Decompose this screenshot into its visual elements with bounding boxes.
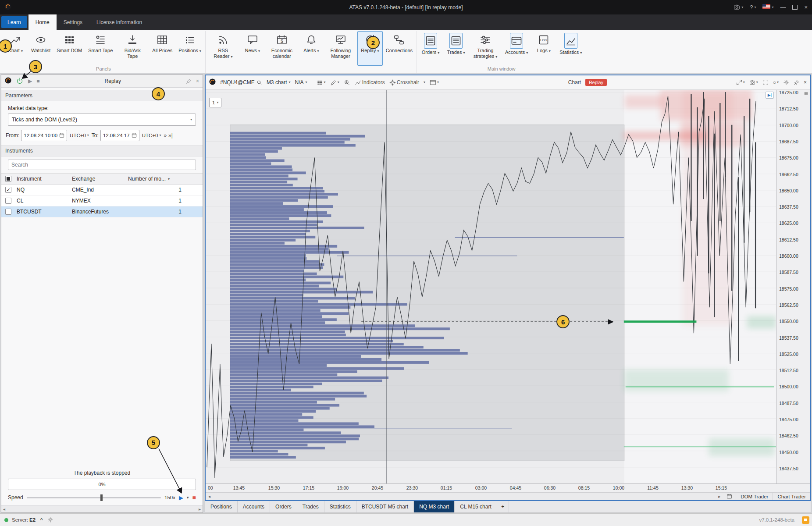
playback-play-button[interactable]: ▶ <box>179 494 183 501</box>
column-header-instrument[interactable]: Instrument <box>15 176 72 182</box>
close-chart-button[interactable]: × <box>804 79 807 85</box>
panel-horizontal-scrollbar[interactable]: ◂▸ <box>1 505 203 512</box>
ribbon-button-statistics[interactable]: Statistics▾ <box>556 31 585 66</box>
language-selector[interactable]: ▾ <box>762 4 773 11</box>
ribbon-button-connections[interactable]: Connections <box>383 31 416 66</box>
speed-slider[interactable] <box>27 497 161 498</box>
replay-power-button[interactable] <box>16 77 24 85</box>
ribbon-button-trades[interactable]: Trades▾ <box>443 31 469 66</box>
price-chart-canvas[interactable] <box>206 90 776 483</box>
replay-play-button[interactable]: ▶ <box>28 78 32 84</box>
column-header-exchange[interactable]: Exchange <box>72 176 128 182</box>
go-to-latest-button[interactable]: ▶| <box>766 92 774 99</box>
from-timezone-select[interactable]: UTC+0▾ <box>69 130 90 141</box>
skip-to-end-icon[interactable]: »| <box>168 132 173 139</box>
drawing-tools-button[interactable]: ▾ <box>330 79 339 86</box>
notification-icon[interactable] <box>802 516 809 524</box>
add-chart-tab[interactable]: + <box>497 501 509 512</box>
ribbon-button-economic-calendar[interactable]: Economic calendar <box>265 31 299 66</box>
dom-levels-button[interactable]: ▾ <box>317 79 326 86</box>
screenshot-button[interactable]: ▾ <box>734 4 743 11</box>
row-checkbox[interactable] <box>5 198 11 204</box>
replay-stop-button[interactable]: ■ <box>36 78 39 84</box>
select-all-checkbox[interactable] <box>5 176 11 182</box>
bottom-tab-trades[interactable]: Trades <box>297 501 324 512</box>
scroll-right-icon[interactable]: ▸ <box>716 494 723 499</box>
chart-plot-area[interactable]: 1▾ ▶| <box>206 90 776 483</box>
learn-tab[interactable]: Learn <box>1 16 27 28</box>
ribbon-button-smart-tape[interactable]: Smart Tape <box>85 31 116 66</box>
detach-button[interactable]: ▾ <box>736 79 745 85</box>
bottom-tab-positions[interactable]: Positions <box>205 501 238 512</box>
maximize-button[interactable] <box>792 5 798 10</box>
bottom-tab-accounts[interactable]: Accounts <box>238 501 270 512</box>
dom-trader-button[interactable]: DOM Trader <box>736 493 773 500</box>
ribbon-button-following-manager[interactable]: Following Manager <box>324 31 357 66</box>
help-button[interactable]: ?▾ <box>750 4 756 11</box>
period-quick-select[interactable]: 1▾ <box>209 98 221 107</box>
ribbon-button-orders[interactable]: Orders▾ <box>418 31 443 66</box>
ribbon-button-positions[interactable]: Positions▾ <box>175 31 204 66</box>
crosshair-caret[interactable]: ▾ <box>424 81 425 84</box>
ribbon-button-alerts[interactable]: Alerts▾ <box>299 31 324 66</box>
menu-tab-license-information[interactable]: License information <box>89 14 149 30</box>
ribbon-button-bid-ask-tape[interactable]: Bid/Ask Tape <box>116 31 149 66</box>
symbol-selector[interactable]: #NQU4@CME <box>220 79 262 85</box>
playback-speed-caret[interactable]: ▾ <box>187 495 189 500</box>
crosshair-button[interactable]: Crosshair <box>389 79 419 86</box>
bottom-tab-orders[interactable]: Orders <box>270 501 297 512</box>
chart-pin-button[interactable] <box>794 80 799 85</box>
pin-button[interactable] <box>186 78 192 84</box>
close-button[interactable]: × <box>804 4 808 11</box>
bottom-tab-btcusdt-m5-chart[interactable]: BTCUSDT M5 chart <box>356 501 414 512</box>
layout-button[interactable]: ▾ <box>430 79 439 86</box>
row-checkbox[interactable]: ✓ <box>5 187 11 193</box>
scroll-left-icon[interactable]: ◂ <box>3 507 5 512</box>
row-checkbox[interactable] <box>5 209 11 215</box>
ribbon-button-all-prices[interactable]: All Prices <box>149 31 175 66</box>
chart-trader-button[interactable]: Chart Trader <box>773 493 810 500</box>
chart-horizontal-scrollbar[interactable]: ◂ ▸ DOM Trader Chart Trader <box>206 492 810 500</box>
price-axis[interactable]: 18725.0018712.5018700.0018687.5018675.00… <box>776 90 810 483</box>
menu-tab-settings[interactable]: Settings <box>57 14 89 30</box>
column-header-modules[interactable]: Number of mo...▾ <box>128 176 203 182</box>
to-date-input[interactable]: 12.08.24 17 <box>100 130 139 141</box>
ribbon-button-logs[interactable]: Logs▾ <box>531 31 556 66</box>
menu-tab-home[interactable]: Home <box>28 14 57 30</box>
ribbon-button-rss-reader[interactable]: RSS Reader▾ <box>207 31 240 66</box>
zoom-button[interactable] <box>344 79 350 86</box>
account-selector[interactable]: N/A▾ <box>295 79 307 85</box>
bottom-tab-cl-m15-chart[interactable]: CL M15 chart <box>455 501 497 512</box>
bottom-tab-nq-m3-chart[interactable]: NQ M3 chart <box>414 501 455 512</box>
time-axis[interactable]: 0013:4515:3017:1519:0020:4523:3001:1503:… <box>206 483 810 492</box>
scroll-left-icon[interactable]: ◂ <box>206 494 213 499</box>
instrument-search-input[interactable] <box>8 160 196 170</box>
ribbon-button-news[interactable]: News▾ <box>240 31 265 66</box>
bottom-tab-statistics[interactable]: Statistics <box>324 501 356 512</box>
ribbon-button-trading-strategies[interactable]: Trading strategies▾ <box>469 31 502 66</box>
theme-button[interactable]: ○▾ <box>773 79 779 85</box>
market-data-type-select[interactable]: Ticks and the DOM (Level2) ▾ <box>8 114 196 126</box>
instrument-row-nq[interactable]: ✓NQCME_Ind1 <box>1 185 203 195</box>
to-timezone-select[interactable]: UTC+0▾ <box>141 130 162 141</box>
instrument-row-btcusdt[interactable]: BTCUSDTBinanceFutures1 <box>1 206 203 217</box>
go-to-date-button[interactable] <box>723 494 736 499</box>
playback-stop-button[interactable]: ■ <box>192 494 196 501</box>
scroll-right-icon[interactable]: ▸ <box>199 507 201 512</box>
instrument-row-cl[interactable]: CLNYMEX1 <box>1 195 203 206</box>
timeframe-selector[interactable]: M3 chart▾ <box>267 79 291 85</box>
ribbon-button-accounts[interactable]: Accounts▾ <box>502 31 531 66</box>
server-expand-caret[interactable]: ^ <box>40 517 43 522</box>
fullscreen-button[interactable] <box>762 79 769 85</box>
from-date-input[interactable]: 12.08.24 10:00 <box>21 130 67 141</box>
speed-slider-thumb[interactable] <box>100 494 103 501</box>
chart-settings-button[interactable] <box>783 79 789 85</box>
settings-gear-icon[interactable] <box>47 517 53 523</box>
close-panel-button[interactable]: × <box>196 78 199 84</box>
minimize-button[interactable]: — <box>780 4 786 11</box>
ribbon-button-smart-dom[interactable]: Smart DOM <box>53 31 85 66</box>
chart-screenshot-button[interactable]: ▾ <box>749 79 758 85</box>
axis-settings-icon[interactable] <box>804 91 808 96</box>
indicators-button[interactable]: Indicators <box>355 79 385 86</box>
fast-forward-icon[interactable]: » <box>164 132 167 139</box>
